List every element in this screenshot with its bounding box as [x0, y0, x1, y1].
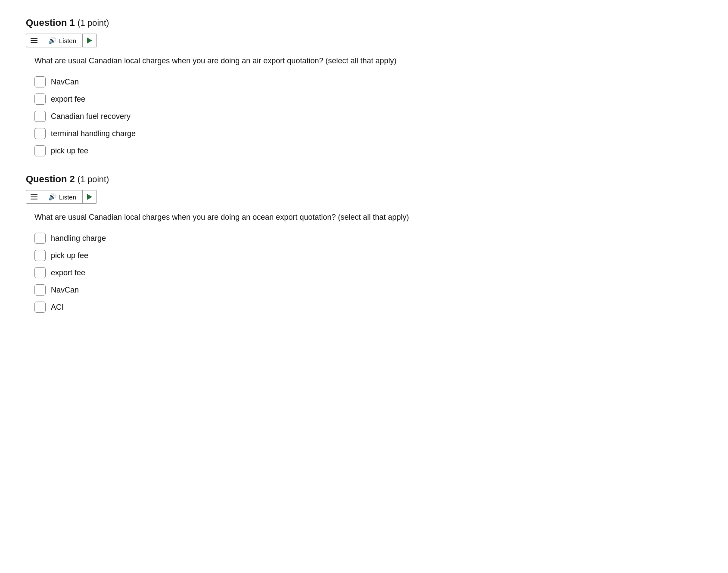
list-item[interactable]: NavCan: [34, 76, 702, 87]
list-item[interactable]: terminal handling charge: [34, 128, 702, 139]
menu-button[interactable]: [26, 192, 42, 202]
hamburger-icon: [31, 194, 37, 199]
option-label: Canadian fuel recovery: [51, 112, 131, 121]
question-text: What are usual Canadian local charges wh…: [26, 55, 414, 67]
question-number: Question 1: [26, 17, 75, 28]
speaker-icon: 🔊: [48, 193, 56, 201]
list-item[interactable]: pick up fee: [34, 250, 702, 261]
option-checkbox[interactable]: [34, 128, 46, 139]
question-title-2: Question 2 (1 point): [26, 174, 702, 185]
play-button[interactable]: [83, 191, 96, 202]
option-checkbox[interactable]: [34, 250, 46, 261]
list-item[interactable]: pick up fee: [34, 145, 702, 156]
list-item[interactable]: ACI: [34, 302, 702, 313]
list-item[interactable]: export fee: [34, 93, 702, 105]
listen-button[interactable]: 🔊Listen: [42, 190, 83, 203]
play-icon: [87, 194, 92, 200]
listen-label: Listen: [59, 37, 76, 44]
option-checkbox[interactable]: [34, 93, 46, 105]
option-checkbox[interactable]: [34, 111, 46, 122]
options-list: handling chargepick up feeexport feeNavC…: [26, 233, 702, 313]
question-points: (1 point): [78, 18, 109, 28]
listen-label: Listen: [59, 193, 76, 201]
play-button[interactable]: [83, 35, 96, 46]
hamburger-icon: [31, 38, 37, 43]
question-title-1: Question 1 (1 point): [26, 17, 702, 28]
option-checkbox[interactable]: [34, 284, 46, 296]
option-label: export fee: [51, 268, 85, 277]
list-item[interactable]: NavCan: [34, 284, 702, 296]
list-item[interactable]: Canadian fuel recovery: [34, 111, 702, 122]
question-number: Question 2: [26, 174, 75, 184]
question-block-2: Question 2 (1 point)🔊ListenWhat are usua…: [26, 174, 702, 313]
option-checkbox[interactable]: [34, 76, 46, 87]
list-item[interactable]: export fee: [34, 267, 702, 278]
option-checkbox[interactable]: [34, 233, 46, 244]
question-text: What are usual Canadian local charges wh…: [26, 212, 414, 223]
option-label: pick up fee: [51, 251, 88, 260]
option-label: NavCan: [51, 286, 79, 295]
option-label: export fee: [51, 95, 85, 104]
speaker-icon: 🔊: [48, 37, 56, 44]
question-block-1: Question 1 (1 point)🔊ListenWhat are usua…: [26, 17, 702, 156]
listen-bar: 🔊Listen: [26, 34, 97, 47]
listen-button[interactable]: 🔊Listen: [42, 34, 83, 47]
question-points: (1 point): [78, 174, 109, 184]
menu-button[interactable]: [26, 35, 42, 46]
play-icon: [87, 37, 92, 44]
option-label: ACI: [51, 303, 64, 312]
option-checkbox[interactable]: [34, 267, 46, 278]
option-label: handling charge: [51, 234, 106, 243]
option-checkbox[interactable]: [34, 302, 46, 313]
option-label: terminal handling charge: [51, 129, 136, 138]
option-label: NavCan: [51, 78, 79, 87]
option-label: pick up fee: [51, 146, 88, 156]
options-list: NavCanexport feeCanadian fuel recoveryte…: [26, 76, 702, 156]
list-item[interactable]: handling charge: [34, 233, 702, 244]
option-checkbox[interactable]: [34, 145, 46, 156]
listen-bar: 🔊Listen: [26, 190, 97, 204]
